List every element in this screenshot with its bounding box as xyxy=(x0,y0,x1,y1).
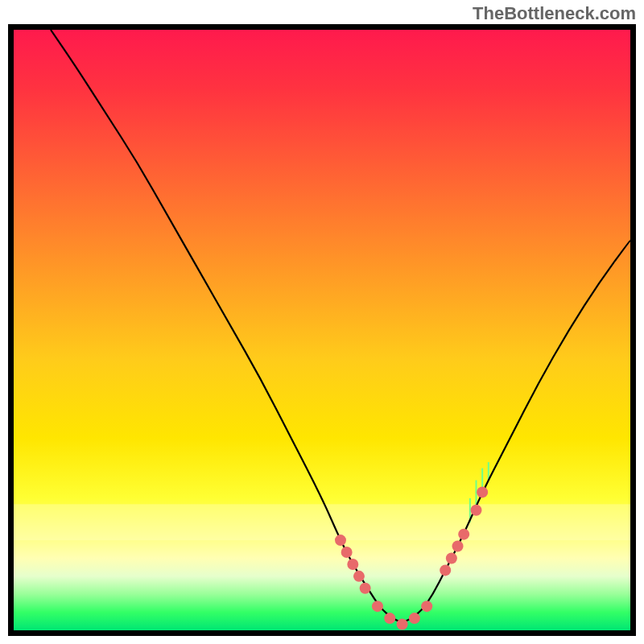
plot-area xyxy=(14,30,630,630)
curve-marker xyxy=(372,601,383,612)
curve-marker xyxy=(458,529,469,540)
curve-marker xyxy=(397,619,408,630)
curve-marker xyxy=(341,547,353,558)
curve-marker xyxy=(360,583,371,594)
curve-marker xyxy=(446,552,457,564)
curve-marker xyxy=(452,541,464,552)
highlight-band xyxy=(14,504,630,540)
curve-marker xyxy=(335,535,346,546)
chart-frame xyxy=(8,24,636,636)
curve-marker xyxy=(477,486,488,497)
curve-marker xyxy=(384,613,395,624)
curve-marker xyxy=(347,559,358,570)
watermark-text: TheBottleneck.com xyxy=(473,3,636,24)
curve-marker xyxy=(421,601,432,612)
curve-marker xyxy=(353,571,365,582)
curve-marker xyxy=(409,613,420,624)
curve-marker xyxy=(440,564,451,576)
curve-marker xyxy=(471,505,482,516)
chart-svg xyxy=(14,30,630,630)
